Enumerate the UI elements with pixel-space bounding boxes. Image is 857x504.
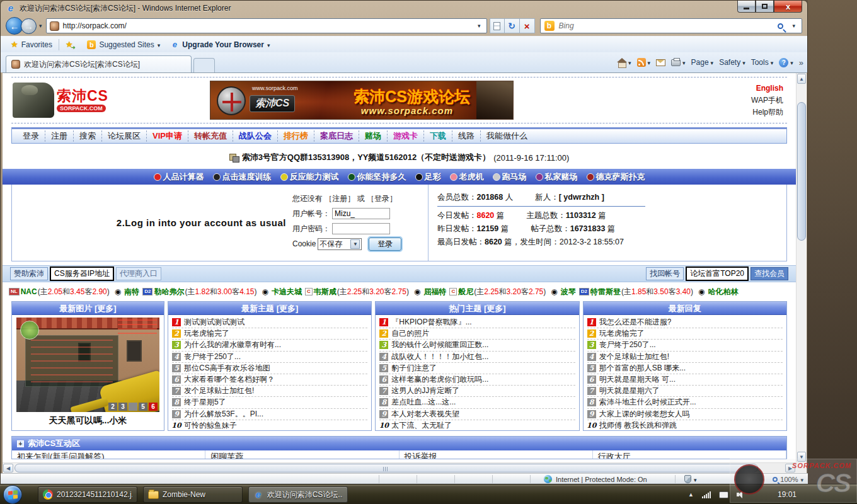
print-button[interactable] (671, 58, 686, 67)
protection-button[interactable] (684, 474, 697, 484)
read-mail-button[interactable] (656, 59, 665, 66)
nav-link[interactable]: VIP申请 (146, 130, 188, 142)
topic-link[interactable]: 1 测试测试测试测试 (172, 317, 367, 328)
cookie-select[interactable]: 不保存 ▼ (318, 238, 362, 250)
taskbar-item-ie-active[interactable]: e 欢迎访问索沛CS论坛... (248, 486, 348, 503)
add-favorite-button[interactable]: ★ (60, 38, 82, 52)
close-button[interactable]: x (774, 1, 802, 13)
vertical-scroll-thumb[interactable] (797, 102, 806, 241)
forum-link[interactable]: 闲聊芙蓉 (205, 450, 399, 459)
quick-link[interactable]: 你能坚持多久 (348, 171, 406, 183)
login-prompt[interactable]: 您还没有 ［注册］ 或 ［登录］ (292, 193, 397, 204)
topic-link[interactable]: 10 找师傅 教我长跳和弹跳 (587, 420, 783, 432)
stop-button[interactable]: × (520, 18, 535, 33)
feeds-button[interactable] (637, 58, 651, 67)
quick-link[interactable]: 跑马场 (493, 171, 527, 183)
home-button[interactable] (617, 58, 631, 67)
address-input[interactable]: http://sorpack.com/ ▾ (46, 18, 487, 33)
toolbar-button[interactable]: 论坛首富TOP20 (686, 266, 749, 281)
password-input[interactable] (332, 223, 390, 234)
nav-link[interactable]: 注册 (45, 130, 73, 142)
topic-link[interactable]: 2 自己的照片 (379, 328, 575, 340)
image-page-number[interactable]: 3 (118, 403, 127, 411)
topic-link[interactable]: 3 丧尸终于250了... (587, 340, 783, 351)
topic-link[interactable]: 6 这样老赢的老虎你们敢玩吗... (379, 374, 575, 386)
topic-link[interactable]: 8 终于星期5了 (172, 397, 367, 408)
topic-link[interactable]: 6 明天就是星期天咯 可... (587, 374, 783, 386)
topic-link[interactable]: 8 索沛斗地主什么时候正式开... (587, 397, 783, 408)
topic-link[interactable]: 10 可怜的鲸鱼妹子 (172, 420, 367, 432)
interaction-section-header[interactable]: + 索沛CS互动区 (12, 437, 786, 450)
odds-segment[interactable]: ◉ 屈福特 (411, 287, 447, 297)
nav-link[interactable]: 论坛展区 (101, 130, 146, 142)
scroll-up-button[interactable]: ▲ (797, 74, 806, 84)
nav-link[interactable]: 案底日志 (314, 130, 359, 142)
topic-link[interactable]: 5 豹子们注意了 (379, 363, 575, 374)
page-menu[interactable]: Page (691, 58, 714, 67)
topic-link[interactable]: 7 这男人的JJ肯定断了 (379, 386, 575, 397)
image-caption[interactable]: 天天黑可以嗎...小米 (12, 412, 164, 427)
minimize-button[interactable] (737, 1, 756, 13)
favorites-button[interactable]: ★ Favorites (6, 38, 57, 52)
nav-link[interactable]: 我能做什么 (480, 130, 533, 142)
odds-segment[interactable]: C 韦斯咸 (主2.25 和3.20 客2.75) (305, 287, 409, 297)
odds-segment[interactable]: ◉ 南特 (112, 287, 140, 297)
zoom-control[interactable]: 100% (773, 474, 803, 484)
link-wap[interactable]: WAP手机 (751, 94, 783, 106)
compatibility-view-button[interactable] (490, 18, 505, 33)
link-english[interactable]: English (751, 83, 783, 94)
nav-link[interactable]: 战队公会 (233, 130, 277, 142)
toolbar-button[interactable]: 代理商入口 (116, 267, 161, 280)
forum-link[interactable]: 初来乍到(新手问题解答) (12, 450, 205, 459)
tools-menu[interactable]: Tools (751, 58, 774, 67)
toolbar-button[interactable]: CS服务器IP地址 (50, 266, 114, 281)
topic-link[interactable]: 5 那个首富的那人SB 哪来... (587, 363, 783, 374)
topic-link[interactable]: 2 玩老虎输完了 (587, 328, 783, 340)
topic-link[interactable]: 7 发个足球贴士加红包! (172, 386, 367, 397)
latest-images-header[interactable]: 最新图片 [更多] (12, 302, 164, 315)
vertical-scrollbar[interactable]: ▲ ▼ (796, 73, 807, 462)
odds-segment[interactable]: ◉ 卡迪夫城 (260, 287, 302, 297)
odds-segment[interactable]: ◉ 波琴 (548, 287, 576, 297)
toolbar-button[interactable]: 赞助索沛 (10, 267, 48, 280)
more-commands-chevron[interactable]: » (799, 58, 803, 67)
image-page-number[interactable]: 6 (149, 403, 158, 411)
topic-link[interactable]: 1 我怎么还是不能进服? (587, 317, 783, 328)
odds-segment[interactable]: NL NAC (主2.05 和3.45 客2.90) (9, 287, 110, 297)
nav-link[interactable]: 转帐充值 (188, 130, 233, 142)
tab-sorpack[interactable]: 欢迎访问索沛CS论坛[索沛CS论坛] (6, 55, 192, 72)
nav-link[interactable]: 登录 (17, 130, 45, 142)
refresh-button[interactable]: ↻ (505, 18, 520, 33)
odds-segment[interactable]: D2 特雷斯登 (主1.85 和3.50 客3.40) (579, 287, 693, 297)
address-dropdown[interactable]: ▾ (478, 23, 481, 29)
topic-link[interactable]: 4 发个足球贴士加红包! (587, 352, 783, 363)
topic-link[interactable]: 7 明天就是星期六了 (587, 386, 783, 397)
search-input[interactable]: b Bing ▾ (540, 18, 802, 33)
topic-link[interactable]: 4 丧尸终于250了... (172, 352, 367, 363)
horizontal-scroll-thumb[interactable] (14, 464, 758, 472)
account-input[interactable] (332, 208, 390, 219)
image-page-number[interactable]: 2 (108, 403, 117, 411)
collapse-icon[interactable]: + (17, 440, 24, 447)
quick-link[interactable]: 老虎机 (450, 171, 484, 183)
quick-link[interactable]: 点击速度训练 (213, 171, 272, 183)
quick-link[interactable]: 私家赌场 (536, 171, 578, 183)
network-icon[interactable] (702, 491, 711, 498)
taskbar-clock[interactable]: 19:01 (778, 484, 797, 504)
topic-link[interactable]: 8 差点吐血...这...这... (379, 397, 575, 408)
quick-link[interactable]: 德克萨斯扑克 (587, 171, 645, 183)
topic-link[interactable]: 4 战队收人！！！！加小红包... (379, 352, 575, 363)
banner-ad[interactable]: www.sorpack.com 索沛CS 索沛CS游戏论坛 www.sorpac… (210, 81, 514, 120)
show-hidden-icons-button[interactable]: ▲ (688, 491, 694, 498)
latest-topics-header[interactable]: 最新主题 [更多] (168, 302, 371, 315)
taskbar-item-image[interactable]: 20123214511210142.j... (38, 486, 137, 503)
scroll-down-button[interactable]: ▼ (797, 452, 806, 462)
new-tab-button[interactable] (193, 58, 215, 72)
forum-link[interactable]: 投诉举报 (400, 450, 593, 459)
toolbar-button[interactable]: 找回帐号 (646, 267, 684, 280)
topic-link[interactable]: 3 我的钱什么时候能重回正数... (379, 340, 575, 351)
volume-icon[interactable] (737, 491, 745, 498)
quick-link[interactable]: 反应能力测试 (280, 171, 339, 183)
nav-link[interactable]: 排行榜 (277, 130, 314, 142)
odds-segment[interactable]: ◉ 哈化柏林 (696, 287, 739, 297)
